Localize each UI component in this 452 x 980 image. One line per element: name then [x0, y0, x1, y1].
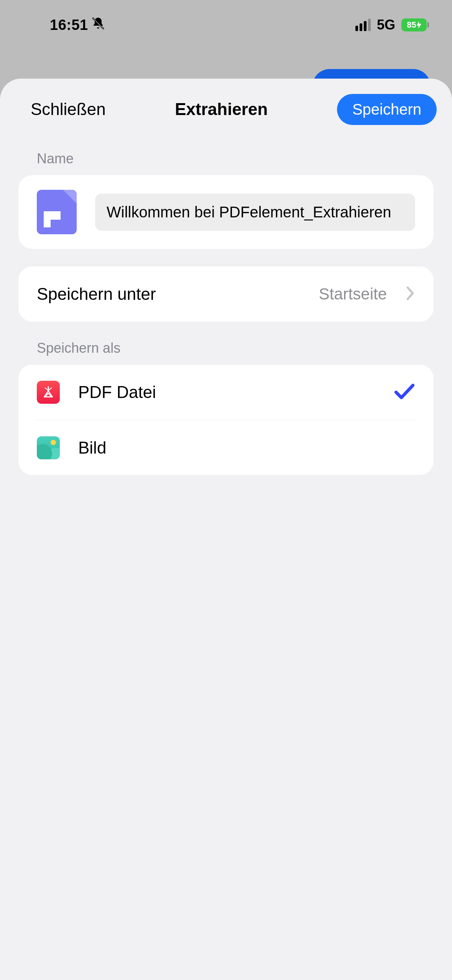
file-name-input[interactable]	[95, 194, 415, 231]
status-bar: 16:51 5G 85	[0, 0, 452, 50]
modal-sheet: Schließen Extrahieren Speichern Name Spe…	[0, 79, 452, 980]
status-left: 16:51	[50, 16, 105, 34]
sheet-title: Extrahieren	[175, 100, 268, 119]
cell-signal-icon	[355, 19, 371, 31]
name-card	[18, 175, 434, 249]
status-right: 5G 85	[355, 17, 429, 33]
save-under-card: Speichern unter Startseite	[18, 266, 434, 322]
sheet-navbar: Schließen Extrahieren Speichern	[0, 86, 452, 132]
save-under-label: Speichern unter	[37, 284, 301, 304]
save-under-row[interactable]: Speichern unter Startseite	[37, 266, 415, 322]
save-as-card: PDF Datei Bild	[18, 365, 434, 475]
section-label-save-as: Speichern als	[18, 322, 434, 365]
format-option-image[interactable]: Bild	[37, 420, 415, 475]
format-option-pdf-label: PDF Datei	[78, 383, 375, 402]
format-option-image-label: Bild	[78, 438, 415, 457]
format-option-pdf[interactable]: PDF Datei	[37, 365, 415, 420]
battery-icon: 85	[401, 18, 429, 31]
image-file-icon	[37, 436, 60, 459]
section-label-name: Name	[18, 132, 434, 175]
close-button[interactable]: Schließen	[31, 100, 106, 119]
battery-percent: 85	[407, 20, 416, 30]
pdfelement-doc-icon	[37, 190, 77, 234]
status-time: 16:51	[50, 17, 88, 33]
check-icon	[394, 383, 415, 401]
pdf-file-icon	[37, 381, 60, 404]
save-under-value: Startseite	[319, 285, 387, 303]
save-button[interactable]: Speichern	[337, 94, 437, 125]
network-type: 5G	[377, 17, 395, 33]
chevron-right-icon	[405, 286, 415, 303]
bell-off-icon	[91, 16, 105, 34]
